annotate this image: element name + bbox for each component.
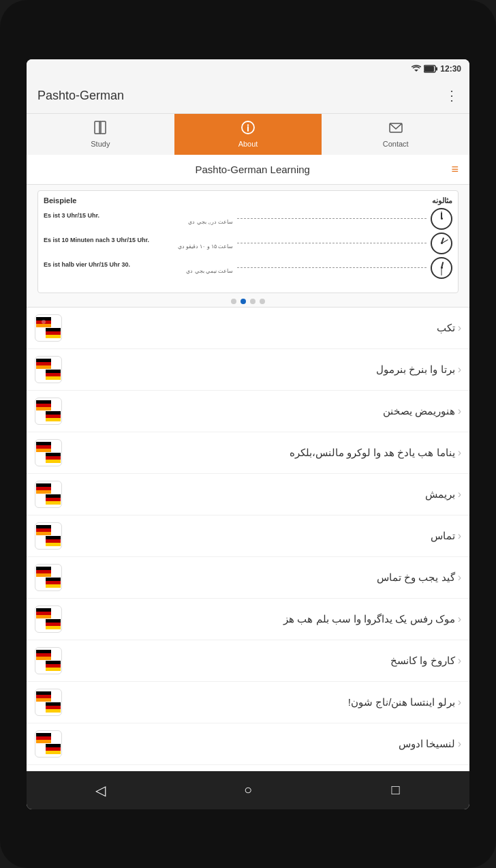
svg-rect-56 [36, 612, 51, 615]
tab-study[interactable]: Study [27, 114, 174, 155]
nav-recent-button[interactable]: □ [382, 777, 409, 804]
svg-rect-55 [36, 608, 51, 612]
svg-rect-2 [436, 67, 438, 70]
svg-rect-38 [36, 487, 51, 490]
item-text-1: تکب [70, 322, 455, 334]
lesson-content: Beispiele مثالونه Es ist 3 Uhr/15 Uhr. س… [37, 190, 459, 293]
svg-rect-58 [46, 619, 61, 623]
svg-point-15 [42, 320, 46, 324]
svg-rect-66 [46, 668, 61, 671]
more-menu-icon[interactable]: ⋮ [445, 87, 459, 104]
list-item[interactable]: شک تيکامريوس هب › [27, 765, 469, 771]
svg-rect-28 [46, 411, 61, 415]
chevron-icon-3: › [458, 405, 461, 417]
item-text-10: برلو اينتسا هنن/ناج شون! [70, 696, 455, 708]
svg-rect-18 [46, 335, 61, 338]
svg-rect-4 [95, 121, 99, 134]
svg-rect-61 [36, 650, 51, 653]
status-icons: 12:30 [412, 64, 461, 74]
item-flag-icon-10 [35, 689, 62, 716]
list-item[interactable]: کاروخ وا کانسخ › [27, 640, 469, 682]
lesson-line-3: Es ist halb vier Uhr/15 Uhr 30. ساعت نیم… [44, 257, 452, 279]
back-icon: ◁ [95, 782, 106, 798]
svg-rect-27 [36, 407, 51, 410]
list-item[interactable]: يناما هب يادخ هد وا لوکرو مالنس،بلکره › [27, 432, 469, 474]
chevron-icon-10: › [458, 696, 461, 708]
lesson-title-de: Beispiele [44, 196, 76, 205]
svg-rect-48 [46, 543, 61, 546]
svg-rect-19 [36, 359, 51, 362]
svg-rect-23 [46, 373, 61, 376]
svg-rect-75 [36, 740, 51, 743]
svg-rect-31 [36, 442, 51, 445]
list-item[interactable]: برلو اينتسا هنن/ناج شون! › [27, 682, 469, 723]
tab-contact-label: Contact [383, 140, 409, 148]
battery-icon [424, 65, 437, 73]
mail-icon [388, 120, 403, 138]
tab-about[interactable]: About [174, 114, 322, 155]
chevron-icon-9: › [458, 655, 461, 667]
svg-point-9 [247, 124, 249, 125]
list-item[interactable]: لنسيخا ادوس › [27, 723, 469, 765]
svg-rect-36 [46, 460, 61, 463]
svg-rect-14 [36, 324, 51, 327]
device-frame: 12:30 Pashto-German ⋮ Study [0, 0, 496, 868]
status-bar: 12:30 [27, 59, 469, 78]
list-item[interactable]: هنوريمض يصخنن › [27, 391, 469, 432]
item-text-4: يناما هب يادخ هد وا لوکرو مالنس،بلکره [70, 447, 455, 459]
list-item[interactable]: تماس › [27, 515, 469, 557]
svg-rect-16 [46, 328, 61, 331]
svg-rect-78 [46, 751, 61, 754]
dot-3 [260, 299, 265, 304]
svg-rect-30 [46, 418, 61, 421]
svg-rect-69 [36, 698, 51, 702]
item-text-5: بريمش [70, 488, 455, 500]
svg-rect-67 [36, 691, 51, 695]
list-item[interactable]: موک رفس يک يداگروا وا سب بلم هب هز › [27, 599, 469, 640]
item-flag-icon-5 [35, 481, 62, 508]
svg-rect-76 [46, 744, 61, 747]
item-flag-icon-1 [35, 314, 62, 342]
info-icon [241, 120, 255, 138]
svg-rect-26 [36, 404, 51, 407]
device-screen: 12:30 Pashto-German ⋮ Study [27, 59, 469, 809]
list-item[interactable]: تکب › [27, 308, 469, 349]
svg-rect-62 [36, 653, 51, 657]
item-text-8: موک رفس يک يداگروا وا سب بلم هب هز [70, 613, 455, 625]
nav-home-button[interactable]: ○ [234, 777, 262, 804]
chevron-icon-5: › [458, 488, 461, 500]
svg-rect-53 [46, 581, 61, 584]
svg-rect-39 [36, 490, 51, 494]
svg-rect-74 [36, 736, 51, 740]
list-item[interactable]: گيد يجب وخ تماس › [27, 557, 469, 599]
svg-rect-40 [46, 494, 61, 498]
item-flag-icon-11 [35, 730, 62, 758]
svg-rect-52 [46, 578, 61, 581]
list-view-icon[interactable]: ≡ [451, 162, 459, 177]
svg-rect-20 [36, 362, 51, 365]
tab-study-label: Study [91, 140, 110, 148]
chevron-icon-7: › [458, 571, 461, 584]
list-item[interactable]: برتا وا بنرخ بنرمول › [27, 349, 469, 391]
tab-about-label: About [238, 140, 258, 148]
svg-rect-57 [36, 615, 51, 618]
item-text-6: تماس [70, 530, 455, 542]
svg-marker-0 [414, 70, 418, 72]
svg-rect-25 [36, 400, 51, 404]
bottom-nav: ◁ ○ □ [27, 771, 469, 809]
list-item[interactable]: بريمش › [27, 474, 469, 515]
svg-rect-50 [36, 570, 51, 573]
nav-back-button[interactable]: ◁ [87, 777, 114, 804]
tab-contact[interactable]: Contact [322, 114, 469, 155]
app-bar: Pashto-German ⋮ [27, 78, 469, 114]
lesson-list[interactable]: تکب › برتا وا بنرخ بنرمول › [27, 308, 469, 771]
item-flag-icon-8 [35, 605, 62, 633]
svg-rect-54 [46, 584, 61, 588]
item-text-7: گيد يجب وخ تماس [70, 571, 455, 584]
lesson-title: Beispiele مثالونه [44, 196, 452, 205]
svg-rect-47 [46, 539, 61, 543]
item-text-3: هنوريمض يصخنن [70, 405, 455, 417]
content-header: Pashto-German Learning ≡ [27, 155, 469, 185]
svg-rect-71 [46, 706, 61, 709]
svg-rect-41 [46, 498, 61, 501]
